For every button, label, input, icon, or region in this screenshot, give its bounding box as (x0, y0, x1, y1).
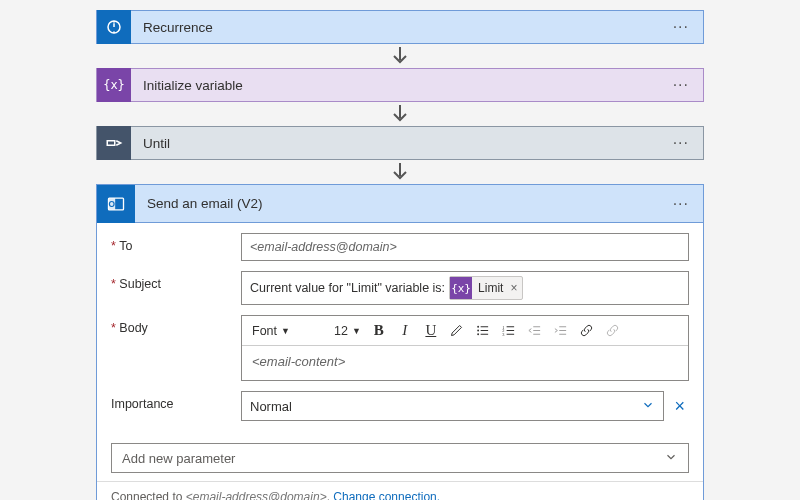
rte-toolbar: Font▼ 12▼ B I U (242, 316, 688, 346)
to-label: To (111, 233, 241, 253)
indent-button[interactable] (549, 319, 573, 343)
importance-label: Importance (111, 391, 241, 411)
pencil-button[interactable] (445, 319, 469, 343)
subject-text: Current value for "Limit" variable is: (250, 281, 445, 295)
until-icon (97, 126, 131, 160)
body-editor[interactable]: <email-content> (242, 346, 688, 380)
token-remove-button[interactable]: × (509, 281, 522, 295)
to-input[interactable]: <email-address@domain> (241, 233, 689, 261)
rte-container: Font▼ 12▼ B I U (241, 315, 689, 381)
step-title: Send an email (V2) (135, 196, 659, 211)
add-parameter-label: Add new parameter (122, 451, 664, 466)
field-row-body: Body Font▼ 12▼ B I U (111, 315, 689, 381)
connector-arrow (0, 46, 800, 66)
variable-icon: {x} (97, 68, 131, 102)
svg-rect-6 (107, 141, 115, 146)
italic-button[interactable]: I (393, 319, 417, 343)
svg-text:3: 3 (503, 332, 506, 337)
connection-footer: Connected to <email-address@domain>. Cha… (97, 481, 703, 500)
chevron-down-icon (664, 450, 678, 467)
flow-canvas: Recurrence ··· {x} Initialize variable ·… (0, 0, 800, 500)
step-menu-button[interactable]: ··· (659, 195, 703, 213)
outdent-button[interactable] (523, 319, 547, 343)
field-row-subject: Subject Current value for "Limit" variab… (111, 271, 689, 305)
connector-arrow (0, 104, 800, 124)
link-button[interactable] (575, 319, 599, 343)
svg-text:O: O (109, 199, 116, 209)
svg-point-15 (478, 333, 480, 335)
step-send-email: O Send an email (V2) ··· To <email-addre… (96, 184, 704, 500)
field-row-to: To <email-address@domain> (111, 233, 689, 261)
svg-point-11 (478, 326, 480, 328)
step-menu-button[interactable]: ··· (659, 18, 703, 36)
change-connection-link[interactable]: Change connection. (333, 490, 440, 500)
body-placeholder: <email-content> (252, 354, 345, 369)
numbered-list-button[interactable]: 123 (497, 319, 521, 343)
step-menu-button[interactable]: ··· (659, 76, 703, 94)
font-size-select[interactable]: 12▼ (330, 319, 365, 343)
importance-value: Normal (250, 399, 641, 414)
svg-point-3 (113, 31, 115, 33)
step-title: Until (131, 136, 659, 151)
svg-point-2 (113, 21, 115, 23)
subject-token-limit[interactable]: {x} Limit × (449, 276, 523, 300)
variable-icon: {x} (450, 277, 472, 299)
remove-parameter-button[interactable]: × (670, 396, 689, 417)
underline-button[interactable]: U (419, 319, 443, 343)
step-title: Recurrence (131, 20, 659, 35)
add-parameter-select[interactable]: Add new parameter (111, 443, 689, 473)
outlook-icon: O (97, 185, 135, 223)
body-label: Body (111, 315, 241, 335)
svg-point-13 (478, 330, 480, 332)
font-select[interactable]: Font▼ (248, 319, 328, 343)
token-label: Limit (472, 281, 509, 295)
bulleted-list-button[interactable] (471, 319, 495, 343)
chevron-down-icon (641, 398, 655, 415)
subject-label: Subject (111, 271, 241, 291)
footer-prefix: Connected to (111, 490, 186, 500)
to-placeholder: <email-address@domain> (250, 240, 397, 254)
step-title: Initialize variable (131, 78, 659, 93)
step-recurrence[interactable]: Recurrence ··· (96, 10, 704, 44)
unlink-button[interactable] (601, 319, 625, 343)
step-menu-button[interactable]: ··· (659, 134, 703, 152)
field-row-importance: Importance Normal × (111, 391, 689, 421)
footer-identity: <email-address@domain> (186, 490, 327, 500)
step-header[interactable]: O Send an email (V2) ··· (97, 185, 703, 223)
step-until[interactable]: Until ··· (96, 126, 704, 160)
bold-button[interactable]: B (367, 319, 391, 343)
subject-input[interactable]: Current value for "Limit" variable is: {… (241, 271, 689, 305)
step-initialize-variable[interactable]: {x} Initialize variable ··· (96, 68, 704, 102)
importance-select[interactable]: Normal (241, 391, 664, 421)
recurrence-icon (97, 10, 131, 44)
connector-arrow (0, 162, 800, 182)
